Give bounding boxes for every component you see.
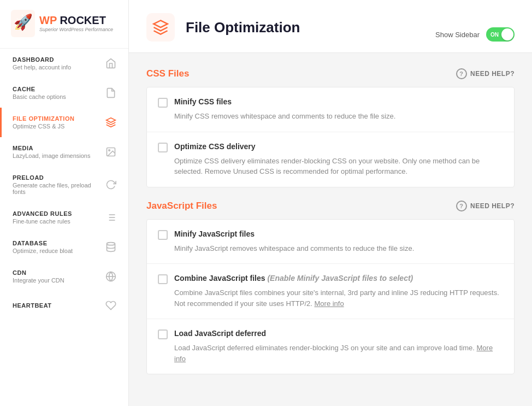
optimize-css-title: Optimize CSS delivery	[174, 142, 256, 151]
load-js-deferred-desc: Load JavaScript deferred eliminates rend…	[158, 343, 503, 364]
minify-css-desc: Minify CSS removes whitespace and commen…	[158, 111, 503, 122]
combine-js-desc: Combine JavaScript files combines your s…	[158, 287, 503, 309]
sidebar-item-file-optimization[interactable]: FILE OPTIMIZATION Optimize CSS & JS	[0, 108, 128, 137]
content-area: CSS Files ? NEED HELP? Minify CSS files …	[129, 53, 532, 390]
house-icon	[104, 57, 117, 70]
sidebar-item-database[interactable]: DATABASE Optimize, reduce bloat	[0, 232, 128, 262]
minify-js-title: Minify JavaScript files	[174, 230, 255, 238]
list-icon	[104, 211, 117, 224]
optimize-css-checkbox[interactable]	[158, 143, 168, 152]
image-icon	[104, 145, 117, 158]
main-content: File Optimization Show Sidebar ON CSS Fi…	[129, 0, 532, 406]
minify-js-desc: Minify JavaScript removes whitespace and…	[158, 243, 503, 254]
combine-js-checkbox[interactable]	[158, 274, 168, 284]
combine-js-row: Combine JavaScript files (Enable Minify …	[147, 264, 514, 319]
page-header-icon	[146, 13, 175, 42]
logo-text: WP ROCKET	[39, 15, 113, 26]
js-need-help-button[interactable]: ? NEED HELP?	[456, 201, 515, 211]
logo-area: 🚀 WP ROCKET Superior WordPress Performan…	[0, 0, 128, 49]
svg-point-4	[109, 150, 110, 151]
load-js-deferred-checkbox[interactable]	[158, 329, 168, 339]
combine-js-title: Combine JavaScript files (Enable Minify …	[174, 274, 413, 283]
sidebar-item-dashboard[interactable]: DASHBOARD Get help, account info	[0, 49, 128, 78]
minify-js-checkbox[interactable]	[158, 230, 168, 240]
show-sidebar-toggle[interactable]: ON	[486, 27, 515, 42]
svg-marker-14	[154, 21, 168, 28]
minify-css-checkbox[interactable]	[158, 98, 168, 108]
svg-point-11	[107, 243, 115, 245]
load-js-deferred-title: Load JavaScript deferred	[174, 329, 266, 338]
js-card: Minify JavaScript files Minify JavaScrip…	[146, 219, 515, 375]
main-header: File Optimization Show Sidebar ON	[129, 0, 532, 53]
css-need-help-button[interactable]: ? NEED HELP?	[456, 68, 515, 79]
toggle-knob	[501, 28, 513, 40]
js-help-circle-icon: ?	[456, 201, 467, 211]
combine-js-note: (Enable Minify JavaScript files to selec…	[267, 274, 413, 283]
minify-css-title: Minify CSS files	[174, 97, 232, 106]
sidebar-item-cache[interactable]: CACHE Basic cache options	[0, 78, 128, 108]
globe-icon	[104, 270, 117, 283]
svg-marker-2	[107, 118, 116, 122]
css-section: CSS Files ? NEED HELP? Minify CSS files …	[146, 68, 515, 187]
heart-icon	[104, 299, 117, 312]
css-card: Minify CSS files Minify CSS removes whit…	[146, 87, 515, 187]
sidebar-item-advanced-rules[interactable]: ADVANCED RULES Fine-tune cache rules	[0, 203, 128, 232]
svg-text:🚀: 🚀	[14, 13, 33, 31]
combine-js-more-link[interactable]: More info	[315, 299, 344, 308]
optimize-css-row: Optimize CSS delivery Optimize CSS deliv…	[147, 132, 514, 187]
file-icon	[104, 86, 117, 99]
minify-css-row: Minify CSS files Minify CSS removes whit…	[147, 87, 514, 132]
css-section-title: CSS Files	[146, 68, 189, 79]
sidebar-item-media[interactable]: MEDIA LazyLoad, image dimensions	[0, 137, 128, 167]
sidebar: 🚀 WP ROCKET Superior WordPress Performan…	[0, 0, 129, 406]
minify-js-row: Minify JavaScript files Minify JavaScrip…	[147, 220, 514, 264]
load-js-deferred-row: Load JavaScript deferred Load JavaScript…	[147, 319, 514, 374]
help-circle-icon: ?	[456, 68, 467, 79]
database-icon	[104, 240, 117, 254]
refresh-icon	[104, 178, 117, 191]
sidebar-item-cdn[interactable]: CDN Integrate your CDN	[0, 262, 128, 291]
wp-rocket-logo-icon: 🚀	[11, 10, 35, 37]
js-section: JavaScript Files ? NEED HELP? Minify Jav…	[146, 201, 515, 375]
page-title: File Optimization	[186, 19, 300, 36]
show-sidebar-label: Show Sidebar	[435, 31, 480, 39]
sidebar-item-heartbeat[interactable]: HEARTBEAT	[0, 291, 128, 320]
sidebar-item-preload[interactable]: PRELOAD Generate cache files, preload fo…	[0, 167, 128, 203]
layers-icon	[104, 116, 117, 129]
optimize-css-desc: Optimize CSS delivery eliminates render-…	[158, 156, 503, 177]
js-section-title: JavaScript Files	[146, 201, 217, 211]
logo-subtitle: Superior WordPress Performance	[39, 27, 113, 32]
